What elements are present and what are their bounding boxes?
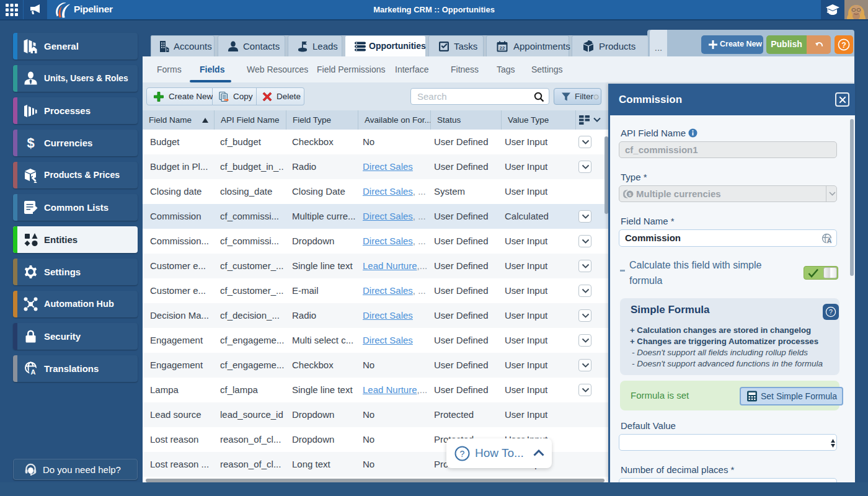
svg-text:?: ? <box>460 449 465 459</box>
svg-text:?: ? <box>841 41 846 50</box>
svg-text:$: $ <box>629 192 632 197</box>
svg-text:?: ? <box>829 308 833 316</box>
svg-text:22: 22 <box>500 45 505 51</box>
svg-text:$: $ <box>27 135 34 151</box>
svg-text:A: A <box>31 368 36 376</box>
svg-text:A: A <box>827 237 832 244</box>
